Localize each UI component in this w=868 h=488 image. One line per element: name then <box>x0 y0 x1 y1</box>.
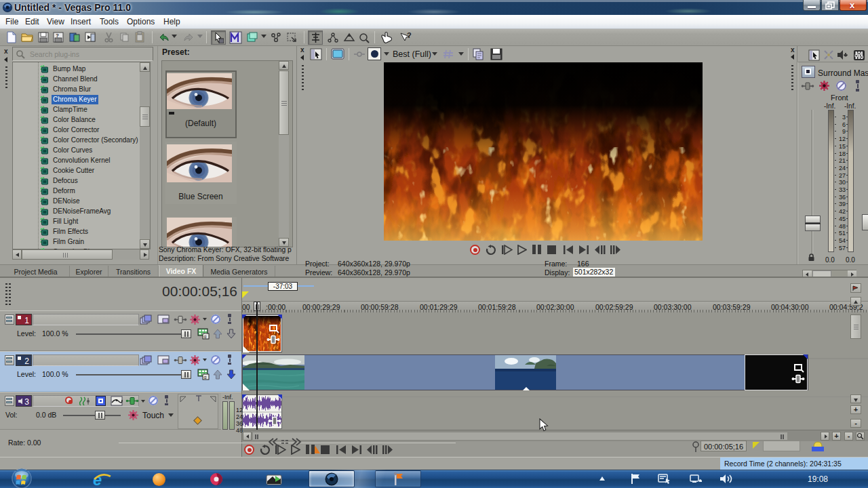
svg-text:α: α <box>204 375 207 380</box>
svg-text:?: ? <box>407 32 412 39</box>
svg-text:e: e <box>93 471 102 487</box>
svg-text:α: α <box>204 334 207 339</box>
svg-text:?: ? <box>56 33 59 39</box>
